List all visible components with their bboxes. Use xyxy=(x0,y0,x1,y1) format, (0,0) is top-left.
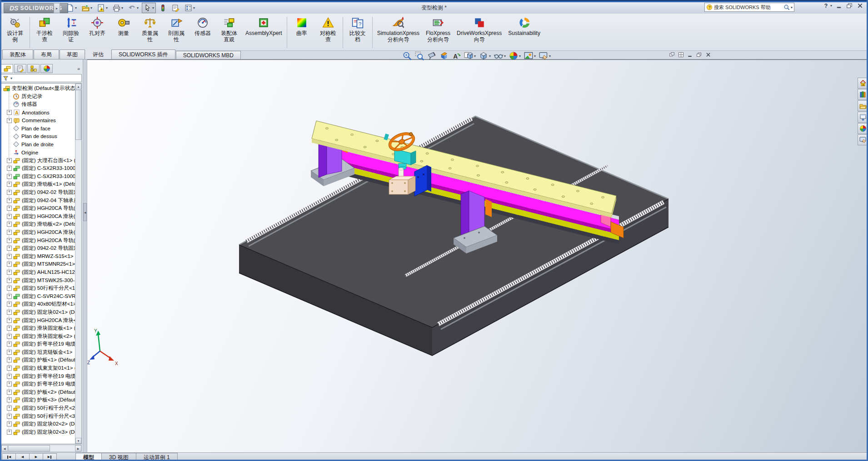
scroll-left-icon[interactable]: ◀ xyxy=(1,445,8,451)
ribbon-sustainability-button[interactable]: Sustainability xyxy=(505,15,544,50)
select-button[interactable]: ▾ xyxy=(142,3,156,13)
new-document-button[interactable]: ▾ xyxy=(65,3,79,13)
tree-item[interactable]: +(固定) 0942-02 导轨固定 xyxy=(1,188,75,197)
mdi-window-minimize-button[interactable] xyxy=(687,52,693,59)
tree-item[interactable]: +(固定) 滑块固定板<2> ( xyxy=(1,332,75,340)
dropdown-caret-icon[interactable]: ▾ xyxy=(90,6,92,10)
magnifier-icon[interactable] xyxy=(783,4,790,10)
ribbon-interference-check-button[interactable]: 干涉检 查 xyxy=(31,15,58,50)
dropdown-caret-icon[interactable]: ▾ xyxy=(504,54,506,58)
expand-icon[interactable]: + xyxy=(7,206,12,211)
search-box[interactable]: ? 搜索 SOLIDWORKS 帮助 ▾ xyxy=(704,3,794,12)
ribbon-hole-alignment-button[interactable]: 孔对齐 xyxy=(84,15,110,50)
expand-icon[interactable]: + xyxy=(7,310,12,315)
search-input[interactable]: 搜索 SOLIDWORKS 帮助 xyxy=(714,4,783,11)
expand-icon[interactable]: + xyxy=(7,254,12,259)
expand-icon[interactable]: + xyxy=(7,286,12,291)
3d-model-view[interactable]: X Y Z xyxy=(87,60,868,453)
expand-icon[interactable]: + xyxy=(7,246,12,251)
tree-vertical-scrollbar[interactable]: ▲ ▼ xyxy=(75,84,81,444)
tree-item[interactable]: +(固定) 护板<3> (Défaut xyxy=(1,396,75,404)
expand-icon[interactable]: + xyxy=(7,390,12,395)
tree-item[interactable]: +(固定) 折弯半径19 电缆( xyxy=(1,380,75,388)
tree-item[interactable]: +(固定) MTSWK25-300-S xyxy=(1,276,75,284)
expand-icon[interactable]: + xyxy=(7,414,12,419)
window-close-button[interactable] xyxy=(857,2,863,9)
tree-item[interactable]: +(固定) 固定块02<3> (De xyxy=(1,428,75,436)
dropdown-caret-icon[interactable]: ▾ xyxy=(137,6,139,10)
window-restore-button[interactable] xyxy=(846,2,853,9)
tree-item[interactable]: +(固定) 折弯半径19 电缆( xyxy=(1,372,75,380)
doc-tab-运动算例 1[interactable]: 运动算例 1 xyxy=(136,453,178,461)
jump-first-button[interactable]: ◀ xyxy=(2,453,16,461)
tree-item[interactable]: +(固定) HGH20CA 滑块( xyxy=(1,228,75,237)
dropdown-caret-icon[interactable]: ▾ xyxy=(519,54,521,58)
display-style-button[interactable]: ▾ xyxy=(478,51,492,61)
zoom-area-button[interactable] xyxy=(414,51,425,61)
tree-item[interactable]: +(固定) 0942-02 导轨固定 xyxy=(1,244,75,253)
tree-item[interactable]: +(固定) C-SX2R33-10000 xyxy=(1,164,75,173)
ribbon-measure-button[interactable]: 测量 xyxy=(110,15,137,50)
tab-SOLIDWORKS MBD[interactable]: SOLIDWORKS MBD xyxy=(176,51,241,59)
expand-icon[interactable]: + xyxy=(7,238,12,243)
dropdown-caret-icon[interactable]: ▾ xyxy=(152,6,154,10)
tab-布局[interactable]: 布局 xyxy=(34,50,59,59)
dropdown-caret-icon[interactable]: ▾ xyxy=(474,54,476,58)
edit-appearance-button[interactable]: ▾ xyxy=(508,51,522,61)
tab-评估[interactable]: 评估 xyxy=(85,50,111,59)
scroll-up-icon[interactable]: ▲ xyxy=(75,84,81,89)
ribbon-compare-documents-button[interactable]: ?比较文 档 xyxy=(344,15,371,50)
view-settings-button[interactable]: ▾ xyxy=(538,51,552,61)
tree-item[interactable]: +(固定) HGH20CA 滑块< xyxy=(1,316,75,324)
file-properties-button[interactable] xyxy=(170,3,181,13)
expand-icon[interactable]: + xyxy=(7,318,12,323)
tab-草图[interactable]: 草图 xyxy=(60,50,85,59)
expand-icon[interactable]: + xyxy=(7,350,12,355)
tree-item[interactable]: +(固定) 50行程千分尺<1> xyxy=(1,284,75,292)
tree-item[interactable]: 变型检测 (Défaut<显示状态 xyxy=(1,84,75,93)
custom-properties-button[interactable] xyxy=(858,134,868,145)
tab-SOLIDWORKS 插件[interactable]: SOLIDWORKS 插件 xyxy=(111,50,175,59)
expand-icon[interactable]: + xyxy=(7,278,12,283)
tree-item[interactable]: +(固定) 50行程千分尺<2> xyxy=(1,404,75,412)
tree-item[interactable]: 历史记录 xyxy=(1,93,75,101)
dropdown-caret-icon[interactable]: ▾ xyxy=(106,6,108,10)
scroll-down-icon[interactable]: ▼ xyxy=(75,438,81,444)
file-explorer-button[interactable] xyxy=(858,100,868,111)
expand-icon[interactable]: + xyxy=(7,294,12,299)
ribbon-design-study-button[interactable]: 设计算 例 xyxy=(2,15,28,50)
ribbon-section-properties-button[interactable]: 剖面属 性 xyxy=(163,15,190,50)
tree-item[interactable]: 传感器 xyxy=(1,100,75,109)
dropdown-caret-icon[interactable]: ▾ xyxy=(534,54,536,58)
tree-item[interactable]: +(固定) C-SX2R33-10000 xyxy=(1,173,75,181)
expand-icon[interactable]: + xyxy=(7,382,12,387)
scroll-right-icon[interactable]: ▶ xyxy=(75,445,81,451)
expand-icon[interactable]: + xyxy=(7,158,12,163)
tree-item[interactable]: +(固定) 40x80铝型材<1> xyxy=(1,300,75,308)
window-minimize-button[interactable] xyxy=(836,2,843,9)
expand-icon[interactable]: + xyxy=(7,406,12,411)
tree-item[interactable]: +(固定) HGH20CA 滑块( xyxy=(1,213,75,221)
tree-item[interactable]: Plan de face xyxy=(1,124,75,133)
expand-icon[interactable]: + xyxy=(7,174,12,179)
expand-icon[interactable]: + xyxy=(7,342,12,347)
tree-item[interactable]: +(固定) 坦克链钣金<1> xyxy=(1,348,75,357)
expand-icon[interactable]: + xyxy=(7,166,12,171)
mdi-window-close-button[interactable] xyxy=(705,52,711,59)
ribbon-mass-properties-button[interactable]: 质量属 性 xyxy=(137,15,163,50)
expand-icon[interactable]: + xyxy=(7,118,12,123)
tree-item[interactable]: +(固定) 护板<2> (Défaut xyxy=(1,388,75,397)
solidworks-resources-button[interactable] xyxy=(858,78,868,89)
tree-item[interactable]: +AAnnotations xyxy=(1,109,75,117)
dropdown-caret-icon[interactable]: ▾ xyxy=(75,6,77,10)
expand-icon[interactable]: + xyxy=(7,262,12,267)
tree-item[interactable]: +(固定) 大理石台面<1> ( xyxy=(1,156,75,164)
filter-caret[interactable]: ▾ xyxy=(10,76,12,80)
scroll-thumb[interactable] xyxy=(8,445,50,451)
panel-tab-feature-manager[interactable] xyxy=(1,64,13,73)
panel-tab-configuration-manager[interactable] xyxy=(27,64,40,73)
expand-icon[interactable]: + xyxy=(7,430,12,435)
apply-scene-button[interactable]: ▾ xyxy=(523,51,537,61)
view-orientation-button[interactable]: ▾ xyxy=(463,51,477,61)
panel-tabs-overflow-button[interactable]: » xyxy=(77,66,80,71)
